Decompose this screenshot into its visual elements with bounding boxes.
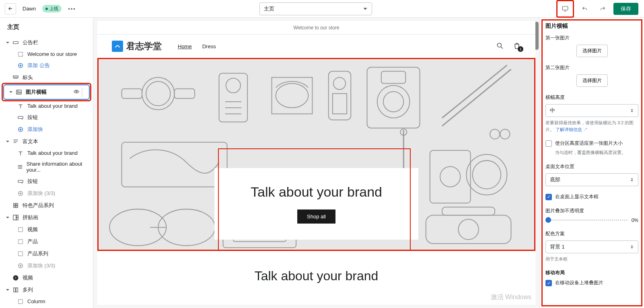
stack-mobile-checkbox[interactable] <box>545 280 552 286</box>
slider-thumb[interactable] <box>545 217 551 223</box>
second-image-label: 第二张图片 <box>545 64 638 71</box>
button-icon <box>17 179 24 184</box>
desktop-view-button[interactable] <box>558 2 572 16</box>
mobile-layout-label: 移动布局 <box>545 269 638 276</box>
block-rt-text[interactable]: Share information about your... <box>0 158 93 175</box>
plus-icon <box>17 263 24 269</box>
svg-rect-0 <box>562 6 568 10</box>
section-image-banner[interactable]: 图片横幅 <box>4 85 89 99</box>
plus-icon <box>17 127 24 132</box>
banner-height-select[interactable]: 中 <box>545 104 638 117</box>
select-arrows-icon <box>630 109 634 113</box>
section-rich-text[interactable]: 富文本 <box>0 136 93 148</box>
add-block-rt: 添加块 (3/3) <box>0 187 93 199</box>
overlay-opacity-label: 图片叠加不透明度 <box>545 207 638 214</box>
search-icon[interactable] <box>496 42 504 50</box>
section-collage[interactable]: 拼贴画 <box>0 211 93 224</box>
chevron-down-icon <box>363 6 368 11</box>
image-banner-section[interactable]: Talk about your brand Shop all <box>97 58 535 251</box>
sidebar-title: 主页 <box>0 18 93 37</box>
store-header: 君志学堂 Home Dress 1 <box>97 35 535 58</box>
color-scheme-label: 配色方案 <box>545 230 638 237</box>
plus-icon <box>17 63 24 68</box>
adapt-height-hint: 当勾选时，覆盖图像横幅高度设置。 <box>555 149 638 156</box>
height-hint: 若要获得最佳效果，请使用纵横比为 3:2 的图片。 了解详细信息 ↗ <box>545 119 638 133</box>
block-column[interactable]: Column <box>0 296 93 307</box>
svg-rect-25 <box>16 288 18 292</box>
learn-more-link[interactable]: 了解详细信息 ↗ <box>556 127 588 132</box>
undo-button[interactable] <box>578 2 592 16</box>
select-image-2-button[interactable]: 选择图片 <box>576 74 608 87</box>
text-icon <box>17 103 24 109</box>
svg-rect-13 <box>16 203 18 205</box>
scheme-hint: 用于文本框 <box>545 256 638 263</box>
logo-text: 君志学堂 <box>126 40 162 52</box>
section-header[interactable]: 标头 <box>0 72 93 84</box>
placeholder-icon <box>17 299 24 304</box>
section-multicolumn[interactable]: 多列 <box>0 284 93 296</box>
cart-icon[interactable]: 1 <box>513 42 521 51</box>
nav-dress[interactable]: Dress <box>202 43 216 49</box>
adapt-height-checkbox[interactable] <box>545 140 552 147</box>
banner-text-box: Talk about your brand Shop all <box>214 168 418 240</box>
color-scheme-select[interactable]: 背景 1 <box>545 240 638 253</box>
svg-rect-8 <box>18 116 23 118</box>
block-rt-heading[interactable]: Talk about your brand <box>0 148 93 158</box>
stack-mobile-label: 在移动设备上堆叠图片 <box>555 279 603 286</box>
select-image-1-button[interactable]: 选择图片 <box>576 45 608 57</box>
text-position-select[interactable]: 底部 <box>545 173 638 186</box>
cart-badge: 1 <box>518 46 523 52</box>
preview-canvas: Welcome to our store 君志学堂 Home Dress 1 <box>97 21 535 305</box>
store-logo[interactable]: 君志学堂 <box>112 40 162 52</box>
svg-rect-4 <box>13 76 18 78</box>
section-announcement-bar[interactable]: 公告栏 <box>0 37 93 49</box>
page-select[interactable]: 主页 <box>259 2 372 15</box>
plus-icon <box>17 191 24 196</box>
back-button[interactable] <box>5 3 16 14</box>
nav-home[interactable]: Home <box>178 43 192 49</box>
select-arrows-icon <box>630 245 634 249</box>
caret-down-icon <box>9 90 13 94</box>
section-featured-collection[interactable]: 特色产品系列 <box>0 199 93 211</box>
text-position-label: 桌面文本位置 <box>545 163 638 170</box>
svg-point-6 <box>17 91 18 92</box>
collection-icon <box>12 203 19 208</box>
block-heading[interactable]: Talk about your brand <box>0 101 93 111</box>
select-arrows-icon <box>630 178 634 182</box>
theme-name: Dawn <box>23 6 36 12</box>
placeholder-icon <box>17 251 24 257</box>
show-textbox-label: 在桌面上显示文本框 <box>555 193 599 200</box>
block-collection[interactable]: 产品系列 <box>0 248 93 260</box>
more-button[interactable]: ••• <box>68 6 76 12</box>
section-video[interactable]: 视频 <box>0 272 93 284</box>
opacity-value: 0% <box>632 218 638 223</box>
block-button[interactable]: 按钮 <box>0 111 93 123</box>
drag-handle[interactable] <box>82 88 85 97</box>
svg-rect-20 <box>19 240 23 244</box>
svg-rect-18 <box>16 218 18 220</box>
add-block-banner[interactable]: 添加块 <box>0 123 93 136</box>
redo-button[interactable] <box>596 2 609 16</box>
first-image-label: 第一张图片 <box>545 35 638 41</box>
save-button[interactable]: 保存 <box>613 3 638 15</box>
text-icon <box>17 150 24 156</box>
svg-rect-26 <box>19 299 23 304</box>
show-textbox-checkbox[interactable] <box>545 194 552 200</box>
block-video[interactable]: 视频 <box>0 224 93 236</box>
svg-rect-15 <box>16 206 18 207</box>
shop-all-button[interactable]: Shop all <box>297 209 335 224</box>
opacity-slider[interactable] <box>545 220 628 221</box>
block-rt-button[interactable]: 按钮 <box>0 175 93 187</box>
caret-down-icon <box>6 288 10 292</box>
add-block-collage: 添加块 (3/3) <box>0 260 93 272</box>
add-announcement[interactable]: 添加 公告 <box>0 60 93 72</box>
block-announcement[interactable]: Welcome to our store <box>0 49 93 60</box>
visibility-toggle[interactable] <box>74 89 79 96</box>
svg-rect-14 <box>14 206 15 207</box>
status-pill: 上线 <box>42 5 62 12</box>
adapt-height-label: 使分区高度适应第一张图片大小 <box>555 140 623 147</box>
svg-rect-10 <box>18 180 23 182</box>
logo-mark-icon <box>112 41 123 52</box>
block-product[interactable]: 产品 <box>0 236 93 248</box>
announcement-icon <box>12 40 19 45</box>
